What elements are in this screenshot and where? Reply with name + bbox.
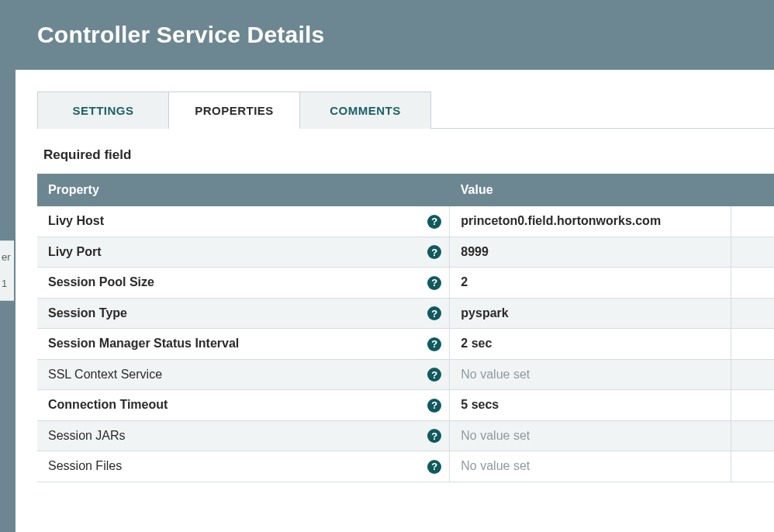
property-name: Livy Host bbox=[37, 206, 416, 237]
tab-bar: SETTINGS PROPERTIES COMMENTS bbox=[37, 92, 774, 129]
property-value[interactable]: 5 secs bbox=[450, 390, 731, 421]
table-row: Livy Port ? 8999 bbox=[37, 237, 774, 268]
background-sidebar-fragment: er 1 bbox=[0, 240, 14, 301]
property-action bbox=[731, 298, 774, 329]
dialog-header: Controller Service Details bbox=[16, 0, 774, 70]
property-value[interactable]: No value set bbox=[450, 420, 731, 451]
property-value[interactable]: 2 bbox=[450, 268, 731, 299]
property-action bbox=[731, 451, 774, 482]
table-row: Session Pool Size ? 2 bbox=[37, 268, 774, 299]
table-row: Session Type ? pyspark bbox=[37, 298, 774, 329]
table-row: Livy Host ? princeton0.field.hortonworks… bbox=[37, 206, 774, 237]
table-row: Session JARs ? No value set bbox=[37, 420, 774, 451]
property-action bbox=[731, 329, 774, 360]
header-value: Value bbox=[450, 174, 731, 206]
properties-table-body: Livy Host ? princeton0.field.hortonworks… bbox=[37, 206, 774, 482]
property-name: Session Type bbox=[37, 298, 416, 329]
property-name: Session JARs bbox=[37, 420, 416, 451]
header-property: Property bbox=[37, 174, 450, 206]
help-icon[interactable]: ? bbox=[427, 368, 441, 382]
tab-properties[interactable]: PROPERTIES bbox=[168, 92, 300, 129]
property-name: Session Pool Size bbox=[37, 268, 416, 299]
header-actions bbox=[731, 174, 774, 206]
property-value[interactable]: No value set bbox=[450, 451, 731, 482]
help-icon[interactable]: ? bbox=[427, 399, 441, 413]
bg-text-1: er bbox=[2, 244, 12, 271]
help-icon[interactable]: ? bbox=[427, 306, 441, 320]
help-icon[interactable]: ? bbox=[427, 337, 441, 351]
dialog-body: SETTINGS PROPERTIES COMMENTS Required fi… bbox=[16, 70, 774, 532]
help-icon[interactable]: ? bbox=[427, 460, 441, 474]
property-value[interactable]: princeton0.field.hortonworks.com bbox=[450, 206, 731, 237]
property-action bbox=[731, 390, 774, 421]
property-value[interactable]: pyspark bbox=[450, 298, 731, 329]
property-name: SSL Context Service bbox=[37, 359, 416, 390]
property-name: Session Manager Status Interval bbox=[37, 329, 416, 360]
required-field-label: Required field bbox=[43, 147, 774, 163]
help-icon[interactable]: ? bbox=[427, 276, 441, 290]
tab-settings[interactable]: SETTINGS bbox=[37, 92, 169, 129]
table-row: Session Manager Status Interval ? 2 sec bbox=[37, 329, 774, 360]
help-icon[interactable]: ? bbox=[427, 429, 441, 443]
help-icon[interactable]: ? bbox=[427, 215, 441, 229]
property-value[interactable]: No value set bbox=[450, 359, 731, 390]
table-row: Connection Timeout ? 5 secs bbox=[37, 390, 774, 421]
table-row: SSL Context Service ? No value set bbox=[37, 359, 774, 390]
property-action bbox=[731, 420, 774, 451]
help-icon[interactable]: ? bbox=[427, 245, 441, 259]
property-value[interactable]: 2 sec bbox=[450, 329, 731, 360]
property-value[interactable]: 8999 bbox=[450, 237, 731, 268]
properties-table: Property Value Livy Host ? princeton0.fi… bbox=[37, 174, 774, 482]
dialog-title: Controller Service Details bbox=[37, 22, 324, 48]
property-action bbox=[731, 206, 774, 237]
property-name: Connection Timeout bbox=[37, 390, 416, 421]
property-name: Session Files bbox=[37, 451, 416, 482]
property-action bbox=[731, 237, 774, 268]
tab-comments[interactable]: COMMENTS bbox=[299, 92, 431, 129]
bg-text-2: 1 bbox=[2, 271, 12, 297]
property-action bbox=[731, 359, 774, 390]
property-name: Livy Port bbox=[37, 237, 416, 268]
table-row: Session Files ? No value set bbox=[37, 451, 774, 482]
property-action bbox=[731, 268, 774, 299]
